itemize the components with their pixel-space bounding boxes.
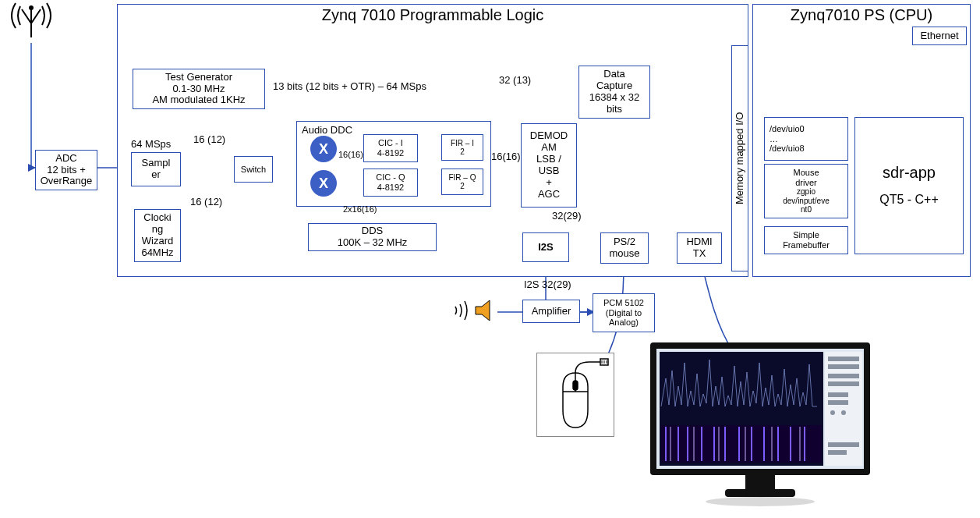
bus-i2s-out-label: I2S 32(29) [524, 279, 571, 291]
mousedrv-sub-label: zgpio dev/input/eve nt0 [783, 187, 830, 215]
dds-label: DDS 100K – 32 MHz [338, 225, 408, 249]
demod-block: DEMOD AM LSB / USB + AGC [521, 123, 577, 208]
ps2-block: PS/2 mouse [600, 232, 649, 264]
cic-q-label: CIC - Q 4-8192 [376, 172, 405, 192]
sdrapp-sub-label: QT5 - C++ [879, 193, 939, 207]
bus-32-29-label: 32(29) [552, 211, 582, 222]
pl-title: Zynq 7010 Programmable Logic [117, 6, 748, 24]
ps2-label: PS/2 mouse [609, 236, 639, 260]
cic-i-label: CIC - I 4-8192 [377, 138, 404, 158]
ethernet-block: Ethernet [912, 27, 967, 45]
svg-rect-34 [828, 442, 859, 447]
i2s-label: I2S [538, 242, 554, 254]
svg-rect-31 [828, 400, 848, 405]
fir-q-block: FIR – Q 2 [441, 169, 483, 195]
sampler-block: Sampl er [131, 152, 181, 186]
bus-16-12-bot-label: 16 (12) [190, 197, 222, 208]
simplefb-block: Simple Framebuffer [764, 226, 848, 254]
antenna-icon [6, 0, 56, 47]
ethernet-label: Ethernet [920, 30, 958, 42]
pcm-label: PCM 5102 (Digital to Analog) [603, 298, 644, 328]
bus-13bits-label: 13 bits (12 bits + OTR) – 64 MSps [273, 81, 426, 93]
simplefb-label: Simple Framebuffer [783, 230, 830, 250]
sampler-rate-label: 64 MSps [131, 139, 171, 151]
bus-16-16-i-label: 16(16) [338, 150, 363, 160]
sampler-label: Sampl er [142, 158, 171, 181]
mmio-label: Memory mapped I/O [734, 112, 746, 205]
monitor-icon [647, 339, 873, 511]
clkwiz-label: Clocki ng Wizard 64MHz [141, 212, 173, 259]
svg-point-33 [841, 410, 846, 415]
switch-label: Switch [241, 165, 266, 175]
bus-32-13-label: 32 (13) [499, 75, 531, 87]
hdmi-label: HDMI TX [686, 236, 712, 260]
testgen-block: Test Generator 0.1-30 MHz AM modulated 1… [133, 69, 265, 109]
svg-point-0 [30, 6, 33, 9]
multiplier-q-icon: X [310, 170, 337, 197]
dds-block: DDS 100K – 32 MHz [308, 223, 437, 251]
cic-q-block: CIC - Q 4-8192 [363, 169, 418, 197]
datacapture-label: Data Capture 16384 x 32 bits [589, 69, 639, 115]
bus-16-12-top-label: 16 (12) [193, 134, 225, 146]
sound-waves-icon [444, 295, 472, 326]
multiplier-q-label: X [319, 176, 328, 192]
fir-i-block: FIR – I 2 [441, 134, 483, 161]
sdrapp-block: sdr-app QT5 - C++ [854, 117, 964, 254]
svg-rect-6 [661, 425, 822, 463]
uio-label: /dev/uio0 … /dev/uio8 [769, 124, 805, 154]
multiplier-i-icon: X [310, 136, 337, 162]
speaker-icon [471, 296, 499, 325]
svg-rect-1 [573, 381, 578, 390]
svg-rect-26 [828, 357, 859, 361]
datacapture-block: Data Capture 16384 x 32 bits [578, 66, 650, 119]
svg-point-32 [830, 410, 835, 415]
svg-rect-27 [828, 364, 859, 369]
ps-title: Zynq7010 PS (CPU) [752, 6, 971, 24]
audio-ddc-label: Audio DDC [302, 125, 352, 137]
mmio-block: Memory mapped I/O [731, 45, 748, 271]
i2s-block: I2S [522, 232, 569, 262]
mousedrv-label: Mouse driver [793, 168, 819, 187]
adc-block: ADC 12 bits + OverRange [35, 150, 97, 190]
svg-rect-30 [828, 392, 848, 397]
bus-16-16-out-label: 16(16) [491, 151, 521, 163]
diagram-canvas: Zynq 7010 Programmable Logic Zynq7010 PS… [0, 0, 980, 518]
multiplier-i-label: X [319, 141, 328, 158]
bus-2x16-label: 2x16(16) [343, 204, 377, 215]
fir-q-label: FIR – Q 2 [448, 173, 476, 191]
pcm-block: PCM 5102 (Digital to Analog) [593, 293, 655, 332]
fir-i-label: FIR – I 2 [451, 139, 474, 157]
mouse-icon [540, 356, 611, 434]
amplifier-block: Amplifier [522, 300, 580, 323]
sdrapp-label: sdr-app [883, 164, 936, 182]
svg-rect-28 [828, 374, 859, 378]
svg-rect-37 [725, 489, 795, 497]
mousedrv-block: Mouse driver zgpio dev/input/eve nt0 [764, 164, 848, 218]
clkwiz-block: Clocki ng Wizard 64MHz [134, 209, 181, 262]
adc-label: ADC 12 bits + OverRange [41, 153, 92, 188]
cic-i-block: CIC - I 4-8192 [363, 134, 418, 162]
uio-block: /dev/uio0 … /dev/uio8 [764, 117, 848, 161]
amplifier-label: Amplifier [532, 306, 571, 318]
svg-rect-36 [745, 475, 775, 489]
demod-label: DEMOD AM LSB / USB + AGC [530, 130, 568, 200]
switch-block: Switch [234, 156, 273, 183]
testgen-label: Test Generator 0.1-30 MHz AM modulated 1… [152, 72, 245, 107]
svg-rect-35 [828, 450, 847, 455]
svg-point-38 [706, 497, 815, 506]
svg-rect-29 [828, 381, 859, 386]
hdmi-block: HDMI TX [677, 232, 722, 264]
